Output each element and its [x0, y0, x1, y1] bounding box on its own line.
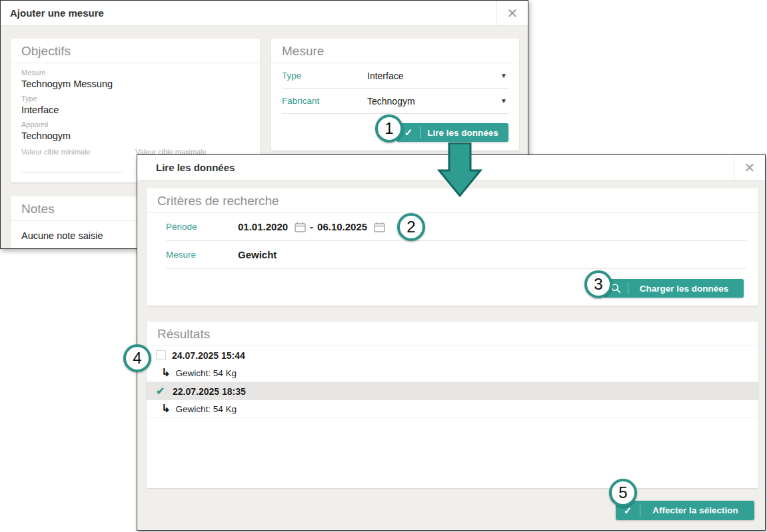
result-row-1-detail: ↳ Gewicht: 54 Kg	[147, 364, 758, 382]
lire-les-donnees-label: Lire les données	[421, 128, 508, 138]
field-type-label: Type	[21, 95, 249, 103]
annotation-step-4: 4	[123, 344, 151, 372]
calendar-icon	[374, 222, 385, 232]
result-2-detail-text: Gewicht: 54 Kg	[175, 404, 237, 414]
field-appareil: Appareil Technogym	[21, 121, 249, 141]
calendar-icon	[295, 222, 306, 232]
periode-row: Période 01.01.2020 - 06.10.2025	[166, 213, 746, 241]
branch-arrow-icon: ↳	[161, 403, 170, 414]
field-appareil-value: Technogym	[21, 131, 249, 141]
result-1-detail-text: Gewicht: 54 Kg	[175, 368, 237, 378]
result-row-2[interactable]: ✔ 22.07.2025 18:35	[147, 382, 758, 400]
target-min-input[interactable]	[21, 156, 123, 172]
fabricant-select-value: Technogym	[367, 96, 500, 107]
affecter-la-selection-button[interactable]: ✓ Affecter la sélection	[616, 501, 754, 520]
mesure-title: Mesure	[271, 39, 519, 63]
annotation-step-2-number: 2	[406, 218, 415, 236]
chevron-down-icon: ▼	[500, 72, 508, 79]
mesure-fabricant-row: Fabricant Technogym ▼	[282, 89, 508, 114]
type-select-value: Interface	[367, 71, 500, 81]
dialog-read-close-area: ✕	[734, 155, 765, 180]
result-row-2-detail: ↳ Gewicht: 54 Kg	[147, 400, 758, 418]
affecter-la-selection-label: Affecter la sélection	[640, 505, 754, 515]
mesure-type-row: Type Interface ▼	[282, 63, 508, 89]
annotation-step-1-number: 1	[384, 119, 393, 138]
annotation-step-2: 2	[397, 213, 425, 241]
mesure-criteria-value: Gewicht	[238, 249, 277, 260]
resultats-title: Résultats	[147, 322, 758, 346]
annotation-step-3-number: 3	[594, 275, 602, 294]
dialog-add-title: Ajouter une mesure	[1, 7, 104, 19]
mesure-fabricant-label: Fabricant	[282, 96, 367, 106]
field-mesure: Mesure Technogym Messung	[21, 69, 249, 89]
date-from-input[interactable]: 01.01.2020	[238, 221, 288, 232]
charger-les-donnees-label: Charger les données	[628, 284, 744, 294]
annotation-step-3: 3	[584, 270, 612, 298]
annotation-step-5: 5	[609, 479, 637, 507]
field-appareil-label: Appareil	[21, 121, 249, 129]
screen: Ajouter une mesure ✕ Objectifs Mesure Te…	[0, 0, 767, 532]
chevron-down-icon: ▼	[500, 97, 508, 105]
branch-arrow-icon: ↳	[161, 368, 170, 378]
flow-down-arrow	[432, 142, 488, 198]
dialog-add-header: Ajouter une mesure ✕	[1, 1, 528, 26]
mesure-criteria-row: Mesure Gewicht	[166, 241, 746, 269]
field-mesure-value: Technogym Messung	[21, 79, 249, 89]
mesure-criteria-label: Mesure	[166, 250, 238, 260]
calendar-from-button[interactable]	[295, 222, 306, 232]
field-mesure-label: Mesure	[21, 69, 249, 77]
dialog-lire-les-donnees: Lire les données ✕ Critères de recherche…	[137, 154, 766, 531]
dialog-read-title: Lire les données	[137, 162, 235, 173]
periode-label: Période	[166, 222, 238, 232]
field-type-value: Interface	[21, 105, 249, 115]
close-icon[interactable]: ✕	[740, 160, 760, 175]
lire-les-donnees-button[interactable]: ✓ Lire les données	[396, 123, 508, 142]
target-min-col: Valeur cible minimale	[21, 148, 135, 172]
close-icon[interactable]: ✕	[503, 6, 522, 21]
target-min-label: Valeur cible minimale	[21, 148, 135, 156]
annotation-step-1: 1	[375, 115, 403, 142]
resultats-card: Résultats 24.07.2025 15:44 ↳ Gewicht: 54…	[147, 322, 758, 488]
field-type: Type Interface	[21, 95, 249, 115]
type-select[interactable]: Interface ▼	[367, 71, 508, 81]
dialog-add-close-area: ✕	[496, 1, 528, 25]
annotation-step-5-number: 5	[618, 483, 627, 502]
date-range-separator: -	[310, 221, 313, 232]
checkbox-unchecked-icon[interactable]	[156, 350, 166, 360]
result-row-1[interactable]: 24.07.2025 15:44	[147, 346, 758, 364]
fabricant-select[interactable]: Technogym ▼	[367, 96, 508, 107]
date-to-input[interactable]: 06.10.2025	[317, 221, 367, 232]
criteres-card: Critères de recherche Période 01.01.2020…	[147, 188, 758, 306]
result-1-datetime: 24.07.2025 15:44	[172, 350, 245, 361]
charger-les-donnees-button[interactable]: Charger les données	[604, 279, 744, 298]
annotation-step-4-number: 4	[133, 349, 141, 368]
mesure-type-label: Type	[282, 71, 367, 81]
objectifs-title: Objectifs	[11, 39, 260, 63]
checkbox-checked-icon[interactable]: ✔	[156, 386, 167, 397]
result-2-datetime: 22.07.2025 18:35	[173, 386, 246, 397]
calendar-to-button[interactable]	[374, 222, 385, 232]
